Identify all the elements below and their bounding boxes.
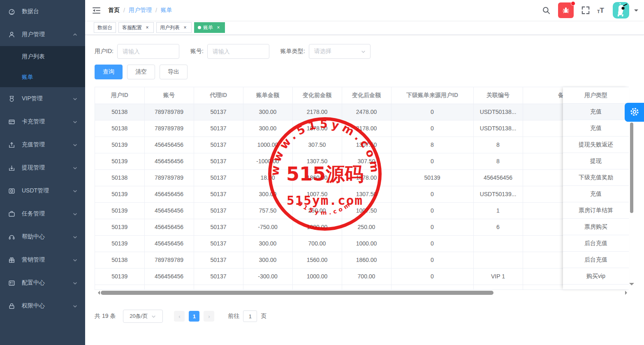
table-scroll-area: 用户ID账号代理ID账单金额变化前金额变化后金额下级账单来源用户ID关联编号备注… — [95, 87, 629, 290]
table-cell: 0 — [391, 235, 473, 252]
table-cell: 8 — [391, 137, 473, 153]
pagination: 共 19 条 20条/页 ‹ 1 › 前往 页 — [95, 310, 644, 323]
table-cell: -300.00 — [243, 268, 292, 285]
sidebar-item[interactable]: 帮助中心 — [0, 225, 85, 248]
breadcrumb-separator: / — [155, 7, 157, 14]
table-cell: 1000.00 — [292, 219, 342, 235]
sidebar-subitem[interactable]: 用户列表 — [0, 46, 85, 67]
table-cell — [473, 285, 523, 290]
sidebar-subitem[interactable]: 账单 — [0, 67, 85, 87]
next-page-button[interactable]: › — [204, 311, 214, 322]
table-cell: 8 — [473, 137, 523, 153]
sidebar-item[interactable]: 任务管理 — [0, 202, 85, 225]
tag-view-tab[interactable]: 账单× — [194, 22, 225, 33]
chevron-down-icon — [72, 303, 78, 309]
tag-view-tab[interactable]: 客服配置× — [118, 22, 154, 33]
vertical-scrollbar-thumb[interactable] — [630, 123, 633, 213]
bill-type-label: 账单类型: — [280, 48, 305, 55]
task-icon — [8, 211, 15, 218]
table-cell: 50139 — [95, 235, 144, 252]
sidebar-item[interactable]: USDT管理 — [0, 179, 85, 202]
breadcrumb-item[interactable]: 首页 — [108, 7, 120, 14]
user-type-cell: 充值 — [563, 186, 629, 202]
bill-type-select[interactable]: 请选择 — [309, 44, 371, 59]
search-icon[interactable] — [542, 6, 550, 14]
action-buttons: 查询 清空 导出 — [95, 65, 644, 79]
sidebar-item[interactable]: 配置中心 — [0, 271, 85, 294]
table-cell: 6 — [473, 219, 523, 235]
bill-table: 用户ID账号代理ID账单金额变化前金额变化后金额下级账单来源用户ID关联编号备注… — [95, 87, 634, 296]
hamburger-icon[interactable] — [85, 7, 101, 14]
permission-icon — [8, 303, 15, 310]
tag-view-tab[interactable]: 用户列表× — [156, 22, 192, 33]
table-cell: 456456456 — [473, 169, 523, 186]
table-cell: 50139 — [95, 219, 144, 235]
breadcrumb-item[interactable]: 用户管理 — [129, 7, 152, 14]
sidebar-item[interactable]: 用户管理 — [0, 23, 85, 46]
table-header-cell: 下级账单来源用户ID — [391, 87, 473, 104]
close-icon[interactable]: × — [182, 25, 188, 30]
horizontal-scrollbar[interactable] — [95, 290, 634, 296]
table-row: 501387897897895013718.001860.001878.0050… — [95, 169, 605, 186]
table-cell: 300.00 — [243, 120, 292, 137]
goto-label: 前往 — [228, 313, 239, 320]
horizontal-scrollbar-thumb[interactable] — [101, 291, 493, 295]
sidebar-item[interactable]: 卡充管理 — [0, 110, 85, 133]
table-cell: 50137 — [194, 169, 243, 186]
scroll-down-arrow-icon[interactable] — [629, 283, 634, 288]
config-icon — [8, 280, 15, 287]
table-row: 5013878978978950137300.001560.001860.000 — [95, 252, 605, 268]
chevron-down-icon — [361, 49, 366, 54]
sidebar-item[interactable]: 营销管理 — [0, 248, 85, 271]
main-area: 首页/用户管理/账单 TT 数据台客服配置×用户列表×账单× 用户ID: 账号: — [85, 0, 644, 345]
sidebar-item-label: VIP管理 — [22, 95, 72, 102]
table-header-cell: 代理ID — [194, 87, 243, 104]
table-cell: 789789789 — [144, 104, 194, 120]
close-icon[interactable]: × — [144, 25, 150, 30]
table-cell: 50139 — [95, 202, 144, 219]
table-cell — [194, 285, 243, 290]
sidebar-item[interactable]: 提现管理 — [0, 156, 85, 179]
prev-page-button[interactable]: ‹ — [174, 311, 185, 322]
scroll-left-arrow-icon[interactable] — [96, 291, 100, 295]
user-id-input[interactable] — [117, 44, 179, 59]
sidebar-item[interactable]: 权限中心 — [0, 294, 85, 317]
breadcrumb-item[interactable]: 账单 — [161, 7, 172, 14]
clear-button[interactable]: 清空 — [127, 65, 155, 79]
goto-page-input[interactable] — [243, 310, 257, 322]
search-button[interactable]: 查询 — [95, 65, 123, 79]
account-input[interactable] — [207, 44, 269, 59]
table-row: 50139456456456501371000.00307.501307.508… — [95, 137, 605, 153]
table-cell: 8 — [473, 153, 523, 169]
tag-view-tab[interactable]: 数据台 — [94, 22, 116, 33]
table-cell: 50137 — [194, 219, 243, 235]
sidebar-item-label: 用户管理 — [22, 31, 72, 38]
table-cell: VIP 1 — [473, 268, 523, 285]
table-cell: 700.00 — [292, 235, 342, 252]
vertical-scrollbar[interactable] — [630, 104, 633, 285]
fullscreen-icon[interactable] — [581, 6, 590, 14]
sidebar-item[interactable]: VIP管理 — [0, 87, 85, 110]
close-icon[interactable]: × — [215, 25, 221, 30]
page-1-button[interactable]: 1 — [189, 311, 199, 322]
chevron-down-icon — [72, 165, 78, 171]
chevron-down-icon — [151, 314, 156, 319]
caret-down-icon[interactable] — [634, 9, 638, 14]
error-log-button[interactable] — [558, 2, 574, 18]
table-row: 5013945645645650137-300.001000.00700.000… — [95, 268, 605, 285]
sidebar-item[interactable]: 充值管理 — [0, 133, 85, 156]
font-size-icon[interactable]: TT — [597, 7, 604, 14]
account-label: 账号: — [190, 48, 204, 55]
chevron-down-icon — [72, 142, 78, 148]
table-cell: 0 — [391, 219, 473, 235]
table-cell: 2178.00 — [292, 104, 342, 120]
export-button[interactable]: 导出 — [160, 65, 188, 79]
scroll-right-arrow-icon[interactable] — [625, 291, 629, 295]
settings-panel-button[interactable] — [625, 103, 644, 122]
sidebar-item[interactable]: 数据台 — [0, 0, 85, 23]
table-cell: 50138 — [95, 169, 144, 186]
table-cell: 1860.00 — [342, 252, 391, 268]
table-cell: 1307.50 — [292, 153, 342, 169]
avatar[interactable] — [613, 2, 629, 19]
page-size-select[interactable]: 20条/页 — [123, 310, 163, 323]
